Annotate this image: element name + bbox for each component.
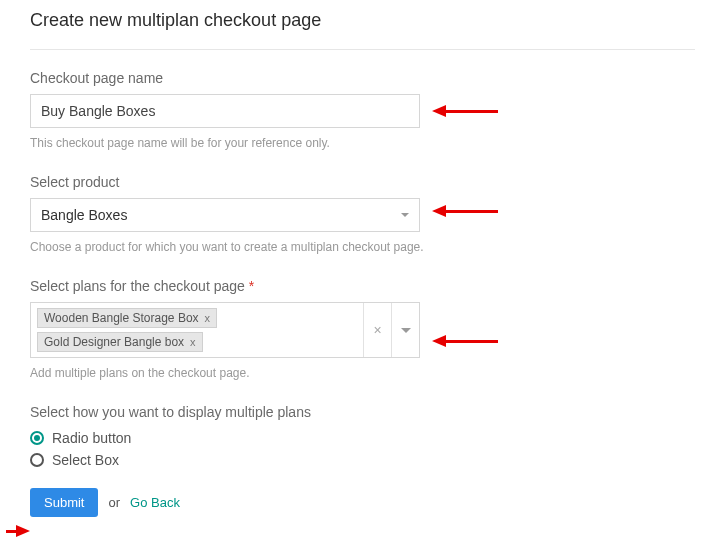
radio-option-select-box[interactable]: Select Box [30,452,726,468]
product-helper: Choose a product for which you want to c… [30,238,530,256]
remove-tag-icon[interactable]: x [190,336,196,348]
product-select[interactable]: Bangle Boxes [30,198,420,232]
radio-icon [30,431,44,445]
product-label: Select product [30,174,726,190]
plan-tag-label: Wooden Bangle Storage Box [44,311,199,325]
submit-button[interactable]: Submit [30,488,98,517]
radio-label: Select Box [52,452,119,468]
caret-down-icon [401,213,409,217]
plans-label-text: Select plans for the checkout page [30,278,245,294]
radio-label: Radio button [52,430,131,446]
plan-tag: Wooden Bangle Storage Box x [37,308,217,328]
product-group: Select product Bangle Boxes Choose a pro… [30,174,726,256]
go-back-link[interactable]: Go Back [130,495,180,510]
expand-plans-button[interactable] [391,303,419,357]
checkout-name-input[interactable] [30,94,420,128]
annotation-arrow [432,335,498,347]
chevron-down-icon [401,328,411,333]
checkout-name-label: Checkout page name [30,70,726,86]
checkout-name-helper: This checkout page name will be for your… [30,134,530,152]
annotation-arrow [432,105,498,117]
product-select-value: Bangle Boxes [41,207,401,223]
plans-label: Select plans for the checkout page * [30,278,726,294]
plans-multiselect[interactable]: Wooden Bangle Storage Box x Gold Designe… [30,302,420,358]
plan-tag: Gold Designer Bangle box x [37,332,203,352]
radio-option-radio-button[interactable]: Radio button [30,430,726,446]
actions-row: Submit or Go Back [30,488,726,517]
plans-tags-area: Wooden Bangle Storage Box x Gold Designe… [31,303,363,357]
page-title: Create new multiplan checkout page [30,10,695,50]
close-icon: × [373,322,381,338]
annotation-arrow [432,205,498,217]
plans-helper: Add multiple plans on the checkout page. [30,364,530,382]
radio-icon [30,453,44,467]
checkout-name-group: Checkout page name This checkout page na… [30,70,726,152]
required-indicator: * [249,278,254,294]
plans-group: Select plans for the checkout page * Woo… [30,278,726,382]
annotation-arrow [6,525,30,537]
remove-tag-icon[interactable]: x [205,312,211,324]
display-mode-label: Select how you want to display multiple … [30,404,726,420]
clear-all-button[interactable]: × [363,303,391,357]
display-mode-group: Select how you want to display multiple … [30,404,726,468]
plan-tag-label: Gold Designer Bangle box [44,335,184,349]
or-text: or [108,495,120,510]
